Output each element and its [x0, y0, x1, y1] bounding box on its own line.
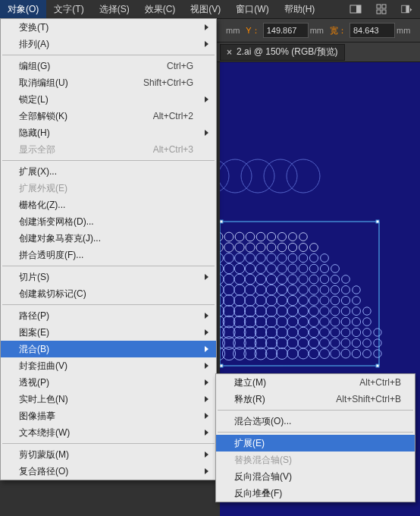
menu-item[interactable]: 文本绕排(W): [1, 424, 216, 441]
menu-item[interactable]: 创建裁切标记(C): [1, 285, 216, 302]
tool-panel-icon[interactable]: [346, 2, 365, 17]
tool-grid-icon[interactable]: [371, 2, 391, 17]
svg-point-51: [299, 264, 308, 273]
svg-point-138: [341, 328, 350, 337]
w-input[interactable]: 84.643: [349, 23, 395, 38]
submenu-item[interactable]: 反向堆叠(F): [216, 485, 415, 502]
svg-point-42: [321, 254, 329, 263]
menu-item[interactable]: 创建对象马赛克(J)...: [1, 230, 216, 247]
svg-point-115: [255, 316, 266, 327]
svg-point-131: [265, 326, 277, 338]
svg-rect-176: [376, 220, 379, 223]
svg-point-18: [267, 232, 275, 241]
svg-point-136: [320, 328, 330, 338]
svg-point-75: [288, 285, 298, 295]
menu-item[interactable]: 锁定(L): [1, 91, 216, 108]
menu-item[interactable]: 拼合透明度(F)...: [1, 247, 216, 263]
svg-point-99: [244, 305, 255, 316]
svg-point-133: [287, 327, 298, 338]
menu-item[interactable]: 剪切蒙版(M): [1, 446, 216, 463]
menu-item[interactable]: 扩展(X)...: [1, 163, 216, 180]
svg-point-124: [352, 317, 360, 326]
svg-point-163: [265, 348, 277, 359]
svg-point-100: [255, 306, 267, 317]
svg-rect-4: [377, 10, 381, 14]
menu-item[interactable]: 创建渐变网格(D)...: [1, 213, 216, 230]
menu-object[interactable]: 对象(O): [0, 0, 46, 19]
svg-point-83: [224, 295, 235, 307]
svg-point-35: [246, 253, 255, 263]
svg-point-117: [277, 316, 287, 327]
svg-point-21: [299, 233, 308, 241]
menu-item[interactable]: 透视(P): [1, 374, 216, 391]
svg-rect-178: [220, 364, 223, 367]
svg-point-116: [266, 316, 277, 328]
svg-point-65: [320, 275, 328, 283]
menu-item[interactable]: 混合(B): [1, 341, 216, 357]
svg-point-173: [374, 350, 381, 357]
unit-label-3: mm: [396, 26, 410, 35]
menu-window[interactable]: 窗口(W): [228, 0, 276, 19]
svg-point-40: [299, 253, 307, 262]
svg-point-11: [264, 159, 297, 193]
menu-item[interactable]: 全部解锁(K)Alt+Ctrl+2: [1, 108, 216, 124]
menu-item[interactable]: 图案(E): [1, 324, 216, 341]
menu-item[interactable]: 复合路径(O): [1, 463, 216, 480]
menu-view[interactable]: 视图(V): [183, 0, 228, 19]
menu-type[interactable]: 文字(T): [46, 0, 91, 19]
menu-help[interactable]: 帮助(H): [277, 0, 323, 19]
svg-point-98: [234, 305, 245, 316]
close-icon[interactable]: ×: [227, 47, 232, 58]
menu-item[interactable]: 封套扭曲(V): [1, 357, 216, 374]
svg-rect-7: [406, 5, 409, 13]
svg-point-67: [342, 275, 350, 284]
document-tab[interactable]: × 2.ai @ 150% (RGB/预览): [220, 44, 345, 61]
menu-item[interactable]: 隐藏(H): [1, 124, 216, 141]
svg-point-119: [298, 316, 308, 326]
submenu-item[interactable]: 释放(R)Alt+Shift+Ctrl+B: [216, 391, 415, 407]
svg-point-135: [309, 327, 318, 337]
svg-point-69: [224, 285, 234, 295]
submenu-item[interactable]: 扩展(E): [216, 435, 415, 452]
svg-point-44: [224, 263, 234, 273]
menu-item[interactable]: 编组(G)Ctrl+G: [1, 58, 216, 74]
svg-point-31: [310, 244, 318, 252]
submenu-item[interactable]: 反向混合轴(V): [216, 468, 415, 485]
svg-point-153: [331, 338, 340, 348]
menu-item[interactable]: 取消编组(U)Shift+Ctrl+G: [1, 74, 216, 91]
menu-item[interactable]: 排列(A): [1, 36, 216, 52]
svg-point-37: [267, 253, 276, 263]
svg-rect-2: [377, 5, 381, 8]
svg-point-89: [287, 295, 297, 305]
svg-point-36: [256, 253, 265, 263]
svg-point-107: [331, 307, 340, 316]
svg-point-87: [266, 295, 277, 306]
menu-item[interactable]: 变换(T): [1, 19, 216, 36]
menu-item[interactable]: 图像描摹: [1, 407, 216, 424]
menu-item[interactable]: 切片(S): [1, 269, 216, 285]
svg-point-79: [331, 285, 339, 294]
svg-point-80: [342, 286, 350, 294]
svg-point-156: [363, 339, 371, 348]
svg-point-28: [277, 243, 287, 252]
menu-item[interactable]: 栅格化(Z)...: [1, 197, 216, 213]
menu-select[interactable]: 选择(S): [92, 0, 137, 19]
menu-item[interactable]: 实时上色(N): [1, 391, 216, 407]
y-input[interactable]: 149.867: [263, 23, 309, 38]
tool-workspace-icon[interactable]: [397, 2, 417, 17]
svg-point-170: [341, 349, 350, 358]
svg-point-85: [245, 295, 256, 307]
svg-point-14: [224, 232, 234, 241]
svg-point-86: [255, 295, 266, 306]
menubar: 对象(O) 文字(T) 选择(S) 效果(C) 视图(V) 窗口(W) 帮助(H…: [0, 0, 420, 18]
submenu-item[interactable]: 混合选项(O)...: [216, 413, 415, 429]
submenu-item[interactable]: 建立(M)Alt+Ctrl+B: [216, 374, 415, 391]
svg-point-30: [299, 243, 307, 251]
menu-item[interactable]: 路径(P): [1, 307, 216, 324]
svg-point-20: [289, 233, 297, 241]
svg-point-27: [267, 243, 276, 252]
svg-point-166: [298, 348, 309, 359]
menu-effect[interactable]: 效果(C): [137, 0, 183, 19]
svg-point-59: [255, 274, 265, 284]
svg-point-48: [267, 264, 277, 274]
